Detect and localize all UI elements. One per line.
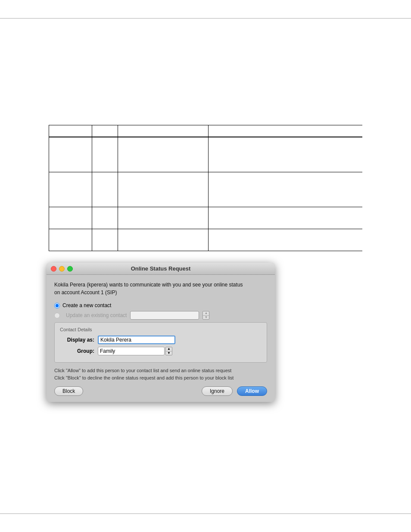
top-rule [0, 18, 411, 19]
table-header-col4 [209, 125, 362, 137]
table-cell [209, 172, 362, 207]
contact-stepper[interactable]: ▲ ▼ [202, 311, 209, 320]
maximize-button[interactable] [67, 266, 73, 271]
table-cell [209, 207, 362, 229]
table-cell [49, 137, 92, 172]
hint-block: Click "Block" to decline the online stat… [54, 374, 267, 382]
allow-button[interactable]: Allow [237, 386, 267, 396]
table-cell [118, 172, 209, 207]
message-line1: Kokila Perera (kperera) wants to communi… [54, 282, 243, 288]
minimize-button[interactable] [59, 266, 65, 271]
display-as-input[interactable] [98, 336, 175, 344]
group-row: Group: Family ▲ ▼ [60, 347, 262, 355]
table-cell [118, 137, 209, 172]
create-contact-radio[interactable] [54, 303, 60, 308]
update-contact-label: Update an existing contact [66, 312, 127, 318]
content-table [49, 125, 362, 251]
online-status-dialog: Online Status Request Kokila Perera (kpe… [47, 263, 275, 402]
display-as-row: Display as: [60, 336, 262, 344]
table-cell [118, 229, 209, 251]
table-cell [49, 172, 92, 207]
close-button[interactable] [51, 266, 56, 271]
group-select-container: Family ▲ ▼ [98, 347, 172, 355]
group-label: Group: [60, 348, 94, 354]
create-contact-label: Create a new contact [62, 302, 111, 308]
contact-details-label: Contact Details [60, 327, 262, 332]
table-cell [92, 137, 118, 172]
table-header-row [49, 125, 362, 137]
table-cell [118, 207, 209, 229]
group-select[interactable]: Family [98, 347, 165, 355]
dialog-title: Online Status Request [51, 265, 271, 272]
table-header-col1 [49, 125, 92, 137]
table-cell [92, 207, 118, 229]
message-line2: on account Account 1 (SIP) [54, 289, 117, 296]
update-contact-option[interactable]: Update an existing contact ▲ ▼ [54, 311, 267, 320]
traffic-lights [51, 266, 73, 271]
table-row [49, 172, 362, 207]
dialog-body: Kokila Perera (kperera) wants to communi… [47, 275, 275, 402]
table-row [49, 137, 362, 172]
contact-details-box: Contact Details Display as: Group: Famil… [54, 322, 267, 363]
table-header-col3 [118, 125, 209, 137]
table-cell [92, 229, 118, 251]
group-stepper[interactable]: ▲ ▼ [165, 347, 172, 355]
block-button[interactable]: Block [54, 386, 83, 396]
hint-text: Click "Allow" to add this person to your… [54, 367, 267, 381]
group-stepper-down[interactable]: ▼ [166, 352, 172, 355]
table-cell [92, 172, 118, 207]
table-cell [209, 137, 362, 172]
dialog-titlebar: Online Status Request [47, 263, 275, 275]
create-contact-option[interactable]: Create a new contact [54, 302, 267, 308]
table-cell [49, 229, 92, 251]
bottom-rule [0, 513, 411, 514]
ignore-button[interactable]: Ignore [202, 386, 233, 396]
table-cell [49, 207, 92, 229]
display-as-label: Display as: [60, 337, 94, 343]
update-contact-radio[interactable] [54, 313, 60, 318]
hint-allow: Click "Allow" to add this person to your… [54, 367, 267, 374]
table-row [49, 229, 362, 251]
table-cell [209, 229, 362, 251]
table-row [49, 207, 362, 229]
existing-contact-input[interactable] [130, 311, 199, 320]
dialog-message: Kokila Perera (kperera) wants to communi… [54, 281, 267, 296]
stepper-down[interactable]: ▼ [203, 316, 209, 320]
dialog-buttons: Block Ignore Allow [54, 386, 267, 396]
table-header-col2 [92, 125, 118, 137]
